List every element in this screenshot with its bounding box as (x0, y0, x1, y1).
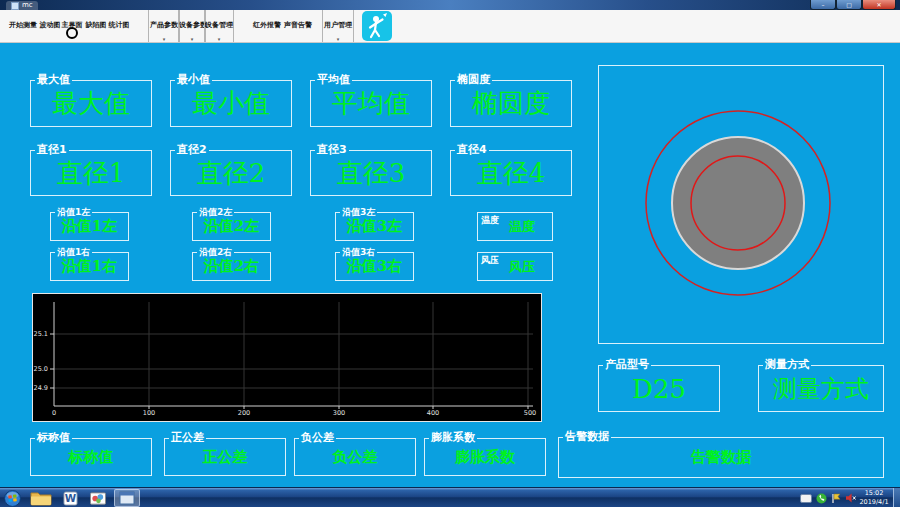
field-value: D25 (599, 366, 719, 411)
field-value: 平均值 (311, 81, 431, 126)
field-label: 负公差 (299, 431, 336, 444)
field-label: 直径4 (455, 143, 489, 156)
field-value: 直径1 (31, 151, 151, 195)
field-label: 温度 (481, 214, 499, 227)
phone-icon[interactable] (816, 493, 827, 504)
window-title: mc (22, 1, 33, 10)
field-box-edge2-right: 沿值2右 沿值2右 (192, 252, 271, 281)
field-label: 正公差 (169, 431, 206, 444)
field-label: 标称值 (35, 431, 72, 444)
menu-item-label: 设备参数 (179, 20, 205, 30)
maximize-button[interactable]: ▢ (836, 0, 862, 10)
field-box-measure-method: 测量方式 测量方式 (758, 365, 884, 412)
field-label: 告警数据 (563, 430, 611, 443)
field-box-ovality: 椭圆度 椭圆度 (450, 80, 572, 127)
field-value: 椭圆度 (451, 81, 571, 126)
notification-flag-icon[interactable] (831, 493, 841, 504)
input-indicator-icon[interactable] (800, 494, 812, 503)
field-value: 直径3 (311, 151, 431, 195)
field-box-upper-tolerance: 正公差 正公差 (164, 438, 286, 476)
y-tick-label: 25.1 (34, 330, 48, 338)
field-label: 平均值 (315, 73, 352, 86)
x-tick-label: 0 (52, 409, 56, 417)
field-label: 产品型号 (603, 358, 651, 371)
menu-item-label: 波动图 (38, 20, 62, 30)
menu-item-label: 声音告警 (283, 20, 313, 30)
menu-item-defect-chart[interactable]: 缺陷图 (84, 10, 108, 42)
menu-item-statistics-chart[interactable]: 统计图 (107, 10, 131, 42)
field-label: 沿值3左 (340, 207, 377, 218)
field-label: 沿值3右 (340, 247, 377, 258)
trend-chart-plot: 25.1 25.0 24.9 0 100 200 300 400 500 (33, 294, 539, 419)
field-box-min: 最小值 最小值 (170, 80, 292, 127)
close-button[interactable]: ✕ (862, 0, 896, 10)
menu-item-start-measure[interactable]: 开始测量 (6, 10, 40, 42)
show-desktop-button[interactable] (893, 488, 900, 507)
menu-item-infrared-alarm[interactable]: 红外报警 (252, 10, 282, 42)
minimize-button[interactable]: – (810, 0, 836, 10)
field-box-temperature: 温度 温度 (477, 212, 553, 241)
field-label: 最小值 (175, 73, 212, 86)
measurement-app-taskbar-icon[interactable] (114, 489, 140, 507)
dancing-person-icon[interactable] (362, 11, 392, 41)
field-value: 直径4 (451, 151, 571, 195)
menu-item-sound-alarm[interactable]: 声音告警 (283, 10, 313, 42)
field-box-alarm-data: 告警数据 告警数据 (558, 437, 884, 478)
menu-item-product-params[interactable]: 产品参数▾ (148, 10, 180, 42)
field-box-diameter-2: 直径2 直径2 (170, 150, 292, 196)
field-label: 沿值1右 (55, 247, 92, 258)
taskbar: W (0, 487, 900, 507)
menu-item-label: 红外报警 (252, 20, 282, 30)
system-tray (800, 488, 856, 507)
field-box-air-pressure: 风压 风压 (477, 252, 553, 281)
menu-item-label: 产品参数 (149, 20, 179, 30)
taskbar-clock[interactable]: 15:02 2019/4/1 (856, 489, 892, 507)
field-label: 直径2 (175, 143, 209, 156)
field-value: 正公差 (165, 439, 285, 475)
field-label: 椭圆度 (455, 73, 492, 86)
x-tick-label: 300 (333, 409, 345, 417)
field-box-nominal: 标称值 标称值 (30, 438, 152, 476)
field-label: 沿值2右 (197, 247, 234, 258)
svg-text:W: W (64, 492, 76, 504)
x-tick-label: 100 (143, 409, 155, 417)
cross-section-view (598, 65, 884, 344)
field-box-lower-tolerance: 负公差 负公差 (294, 438, 416, 476)
app-window-icon (11, 2, 19, 10)
office-app-icon[interactable]: W (58, 489, 82, 507)
field-box-edge1-right: 沿值1右 沿值1右 (50, 252, 129, 281)
window-titlebar: mc – ▢ ✕ (0, 0, 900, 10)
cross-section-graphic (599, 66, 881, 341)
field-value: 负公差 (295, 439, 415, 475)
start-button[interactable] (2, 489, 22, 507)
field-box-diameter-3: 直径3 直径3 (310, 150, 432, 196)
menu-item-device-params[interactable]: 设备参数▾ (178, 10, 206, 42)
menu-item-user-management[interactable]: 用户管理▾ (322, 10, 354, 42)
field-box-average: 平均值 平均值 (310, 80, 432, 127)
field-label: 直径1 (35, 143, 69, 156)
field-box-diameter-1: 直径1 直径1 (30, 150, 152, 196)
volume-muted-icon[interactable] (845, 493, 856, 503)
field-value: 测量方式 (759, 366, 883, 411)
menu-item-label: 缺陷图 (84, 20, 108, 30)
field-label: 沿值1左 (55, 207, 92, 218)
clock-date: 2019/4/1 (856, 498, 892, 507)
field-box-edge3-left: 沿值3左 沿值3左 (335, 212, 414, 241)
field-box-diameter-4: 直径4 直径4 (450, 150, 572, 196)
menu-item-label: 设备管理 (205, 20, 233, 30)
dropdown-arrow-icon: ▾ (191, 37, 194, 42)
field-box-product-model: 产品型号 D25 (598, 365, 720, 412)
field-box-max: 最大值 最大值 (30, 80, 152, 127)
field-label: 风压 (481, 254, 499, 267)
menu-item-device-management[interactable]: 设备管理▾ (204, 10, 234, 42)
menu-item-wave-chart[interactable]: 波动图 (38, 10, 62, 42)
menu-item-label: 用户管理 (323, 20, 353, 30)
x-tick-label: 500 (524, 409, 536, 417)
explorer-folder-icon[interactable] (28, 489, 54, 507)
field-box-edge1-left: 沿值1左 沿值1左 (50, 212, 129, 241)
clock-time: 15:02 (856, 489, 892, 498)
window-title-tab: mc (6, 1, 38, 10)
trend-chart: 25.1 25.0 24.9 0 100 200 300 400 500 (32, 293, 542, 422)
paint-app-icon[interactable] (86, 489, 110, 507)
field-value: 直径2 (171, 151, 291, 195)
